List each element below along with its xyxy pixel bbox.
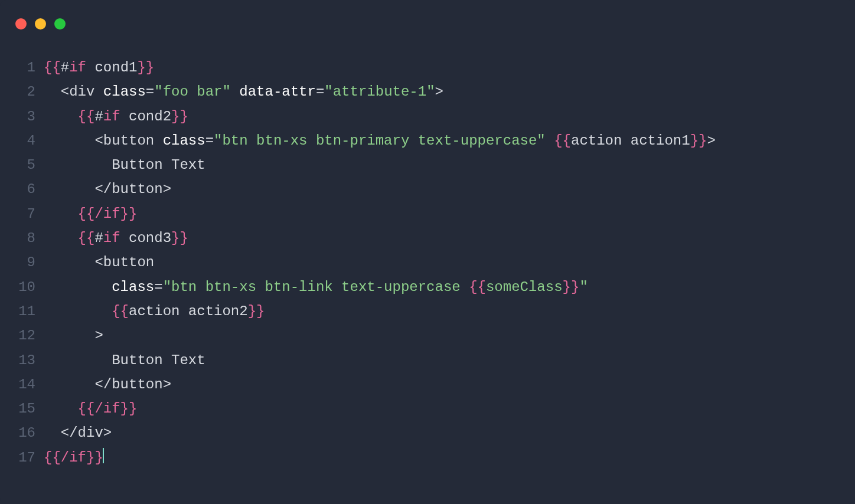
code-token: "foo bar": [154, 84, 231, 100]
code-token: class: [112, 279, 154, 295]
code-token: cond3: [120, 230, 171, 246]
code-content: {{/if}}: [44, 202, 137, 226]
code-line: 11 {{action action2}}: [0, 299, 855, 323]
traffic-light-minimize-icon[interactable]: [35, 18, 46, 30]
code-line: 2 <div class="foo bar" data-attr="attrib…: [0, 80, 855, 104]
code-token: }}: [137, 60, 154, 76]
code-token: [44, 109, 78, 125]
line-number: 14: [0, 372, 44, 397]
code-token: action action1: [571, 133, 690, 149]
code-token: data-attr: [231, 84, 316, 100]
code-token: {{: [554, 133, 571, 149]
code-token: {{/if}}: [44, 450, 103, 466]
line-number: 2: [0, 80, 44, 104]
code-line: 5 Button Text: [0, 153, 855, 177]
code-content: >: [44, 323, 103, 348]
code-token: >: [707, 133, 715, 149]
traffic-light-close-icon[interactable]: [15, 18, 27, 30]
line-number: 12: [0, 323, 44, 348]
code-token: <button: [44, 133, 163, 149]
line-number: 17: [0, 446, 44, 470]
line-number: 9: [0, 250, 44, 274]
code-token: [44, 401, 78, 417]
code-window: 1{{#if cond1}}2 <div class="foo bar" dat…: [0, 0, 855, 504]
code-content: <button class="btn btn-xs btn-primary te…: [44, 129, 716, 153]
line-number: 7: [0, 202, 44, 226]
code-line: 6 </button>: [0, 177, 855, 201]
code-token: }}: [690, 133, 707, 149]
code-token: }}: [171, 109, 188, 125]
code-line: 1{{#if cond1}}: [0, 55, 855, 80]
code-token: </button>: [44, 181, 171, 197]
code-token: [44, 206, 78, 222]
code-line: 13 Button Text: [0, 348, 855, 372]
line-number: 10: [0, 275, 44, 299]
code-token: </div>: [44, 425, 112, 441]
code-token: {{/if}}: [78, 401, 138, 417]
code-line: 12 >: [0, 323, 855, 348]
code-line: 7 {{/if}}: [0, 202, 855, 226]
code-token: {{: [112, 303, 129, 319]
code-content: {{/if}}: [44, 397, 137, 421]
code-content: <button: [44, 250, 154, 274]
code-content: </button>: [44, 372, 171, 397]
code-token: #: [94, 109, 103, 125]
code-token: if: [103, 109, 120, 125]
line-number: 8: [0, 226, 44, 250]
code-token: [44, 303, 112, 319]
code-content: <div class="foo bar" data-attr="attribut…: [44, 80, 443, 104]
code-token: class: [163, 133, 205, 149]
mac-titlebar: [0, 0, 855, 34]
code-token: >: [44, 328, 103, 343]
code-token: }}: [248, 303, 265, 319]
line-number: 15: [0, 397, 44, 421]
code-token: =: [316, 84, 324, 100]
code-token: action action2: [129, 303, 248, 319]
code-token: {{/if}}: [78, 206, 138, 222]
code-token: <button: [44, 254, 154, 270]
code-token: "btn btn-xs btn-primary text-uppercase": [214, 133, 546, 149]
code-line: 9 <button: [0, 250, 855, 274]
code-token: </button>: [44, 377, 171, 392]
text-cursor-icon: [103, 448, 104, 463]
code-token: =: [154, 279, 162, 295]
code-token: cond2: [120, 109, 171, 125]
code-content: {{#if cond3}}: [44, 226, 188, 250]
code-line: 14 </button>: [0, 372, 855, 397]
code-token: "btn btn-xs btn-link text-uppercase: [163, 279, 469, 295]
line-number: 16: [0, 421, 44, 445]
code-content: {{action action2}}: [44, 299, 265, 323]
line-number: 11: [0, 299, 44, 323]
code-token: #: [94, 230, 103, 246]
code-token: someClass: [486, 279, 563, 295]
line-number: 5: [0, 153, 44, 177]
line-number: 3: [0, 104, 44, 129]
code-content: class="btn btn-xs btn-link text-uppercas…: [44, 275, 588, 299]
code-content: {{#if cond1}}: [44, 55, 154, 80]
code-token: =: [205, 133, 214, 149]
line-number: 13: [0, 348, 44, 372]
code-token: <div: [44, 84, 103, 100]
traffic-light-zoom-icon[interactable]: [54, 18, 66, 30]
code-line: 8 {{#if cond3}}: [0, 226, 855, 250]
code-token: if: [103, 230, 120, 246]
code-token: {{: [469, 279, 486, 295]
code-token: [44, 230, 78, 246]
code-content: {{#if cond2}}: [44, 104, 188, 129]
code-content: Button Text: [44, 348, 205, 372]
code-token: {{: [44, 60, 61, 76]
code-line: 3 {{#if cond2}}: [0, 104, 855, 129]
code-token: {{: [78, 230, 95, 246]
code-token: #: [61, 60, 69, 76]
code-line: 17{{/if}}: [0, 446, 855, 470]
code-content: {{/if}}: [44, 446, 104, 470]
code-token: ": [579, 279, 588, 295]
code-content: </button>: [44, 177, 171, 201]
code-line: 10 class="btn btn-xs btn-link text-upper…: [0, 275, 855, 299]
line-number: 6: [0, 177, 44, 201]
code-content: </div>: [44, 421, 112, 445]
code-token: {{: [78, 109, 95, 125]
code-token: }}: [563, 279, 580, 295]
code-line: 16 </div>: [0, 421, 855, 445]
code-editor[interactable]: 1{{#if cond1}}2 <div class="foo bar" dat…: [0, 34, 855, 470]
